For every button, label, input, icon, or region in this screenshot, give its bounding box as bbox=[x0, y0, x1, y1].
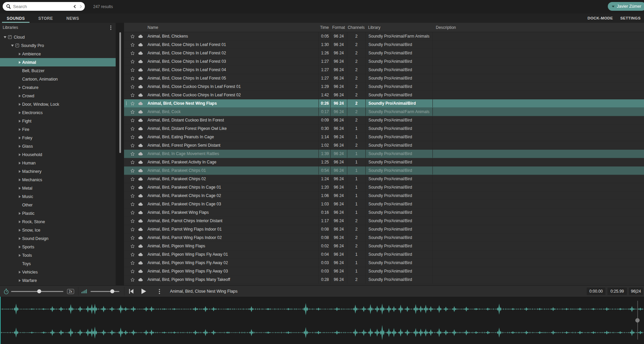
search-prev-icon[interactable] bbox=[74, 5, 77, 8]
sidebar-item-other[interactable]: Other bbox=[0, 201, 116, 209]
chevron-right-icon[interactable] bbox=[17, 95, 22, 97]
table-row[interactable]: Animal, Bird, Forest Pigeon Semi Distant… bbox=[124, 141, 644, 150]
table-row[interactable]: Animal, Bird, Cock0:1796 242Soundly Pro/… bbox=[124, 108, 644, 116]
sidebar-item-mechanics[interactable]: Mechanics bbox=[0, 176, 116, 184]
chevron-right-icon[interactable] bbox=[17, 179, 22, 181]
table-row[interactable]: Animal, Bird, Parrot Wing Flaps Indoor 0… bbox=[124, 234, 644, 242]
table-row[interactable]: Animal, Bird, Parakeet Chirps In Cage 01… bbox=[124, 183, 644, 192]
sidebar-item-music[interactable]: Music bbox=[0, 192, 116, 201]
sidebar-item-snow-ice[interactable]: Snow, Ice bbox=[0, 226, 116, 234]
favorite-star-icon[interactable] bbox=[129, 93, 136, 97]
chevron-right-icon[interactable] bbox=[17, 212, 22, 215]
table-row[interactable]: Animal, Bird, Pigeon Wing Flaps Fly Away… bbox=[124, 267, 644, 276]
chevron-right-icon[interactable] bbox=[17, 128, 22, 131]
speed-value-badge[interactable]: 2x bbox=[67, 289, 74, 294]
table-row[interactable]: Animal, Bird, Close Chirps In Leaf Fores… bbox=[124, 49, 644, 57]
favorite-star-icon[interactable] bbox=[129, 34, 136, 39]
column-header-time[interactable]: Time bbox=[318, 25, 330, 30]
sidebar-item-foley[interactable]: Foley bbox=[0, 134, 116, 142]
tab-sounds[interactable]: SOUNDS bbox=[6, 13, 25, 23]
tab-news[interactable]: NEWS bbox=[66, 13, 80, 23]
table-row[interactable]: Animal, Bird, Parrot Chirps Interior Dis… bbox=[124, 217, 644, 225]
table-row[interactable]: Animal, Bird, Close Cuckoo Chirps In Lea… bbox=[124, 91, 644, 99]
table-row[interactable]: Animal, Bird, Pigeon Wing Flaps Fly Away… bbox=[124, 259, 644, 267]
favorite-star-icon[interactable] bbox=[129, 76, 136, 81]
chevron-right-icon[interactable] bbox=[17, 271, 22, 274]
libraries-menu-icon[interactable] bbox=[108, 25, 113, 31]
column-header-library[interactable]: Library bbox=[365, 25, 432, 30]
table-row[interactable]: Animal, Bird, Parakeet Chirps In Cage 03… bbox=[124, 200, 644, 208]
favorite-star-icon[interactable] bbox=[129, 227, 136, 232]
column-header-channels[interactable]: Channels bbox=[347, 25, 365, 30]
speed-slider[interactable] bbox=[11, 291, 63, 292]
chevron-right-icon[interactable] bbox=[17, 195, 22, 198]
sidebar-item-electronics[interactable]: Electronics bbox=[0, 108, 116, 117]
volume-slider-knob[interactable] bbox=[110, 289, 114, 293]
chevron-right-icon[interactable] bbox=[17, 61, 22, 64]
sidebar-item-animal[interactable]: Animal bbox=[0, 58, 116, 66]
search-input[interactable] bbox=[13, 4, 74, 9]
favorite-star-icon[interactable] bbox=[129, 261, 136, 265]
sidebar-item-plastic[interactable]: Plastic bbox=[0, 209, 116, 217]
favorite-star-icon[interactable] bbox=[129, 135, 136, 139]
favorite-star-icon[interactable] bbox=[129, 51, 136, 55]
chevron-right-icon[interactable] bbox=[17, 254, 22, 257]
sidebar-item-fire[interactable]: Fire bbox=[0, 125, 116, 134]
table-row[interactable]: Animal, Bird, Eating Peanuts In Cage1:14… bbox=[124, 133, 644, 141]
table-row[interactable]: Animal, Bird, Parrot Wing Flaps Indoor 0… bbox=[124, 225, 644, 234]
settings-button[interactable]: SETTINGS bbox=[620, 16, 641, 20]
chevron-right-icon[interactable] bbox=[17, 220, 22, 223]
favorite-star-icon[interactable] bbox=[129, 127, 136, 131]
table-row[interactable]: Animal, Bird, Parakeet Chirps 010:5496 2… bbox=[124, 166, 644, 175]
sidebar-item-human[interactable]: Human bbox=[0, 159, 116, 167]
table-row[interactable]: Animal, Bird, Parakeet Wing Flaps0:1696 … bbox=[124, 208, 644, 217]
skip-to-start-button[interactable] bbox=[128, 289, 134, 294]
sidebar-item-sound-design[interactable]: Sound Design bbox=[0, 234, 116, 243]
favorite-star-icon[interactable] bbox=[129, 110, 136, 114]
favorite-star-icon[interactable] bbox=[129, 202, 136, 206]
chevron-right-icon[interactable] bbox=[17, 137, 22, 139]
favorite-star-icon[interactable] bbox=[129, 269, 136, 274]
chevron-down-icon[interactable] bbox=[10, 45, 15, 47]
column-header-description[interactable]: Description bbox=[432, 25, 644, 30]
sidebar-item-ambience[interactable]: Ambience bbox=[0, 50, 116, 58]
table-row[interactable]: Animal, Bird, Close Chirps In Leaf Fores… bbox=[124, 74, 644, 83]
favorite-star-icon[interactable] bbox=[129, 43, 136, 47]
table-row[interactable]: Animal, Bird, Close Nest Wing Flaps0:269… bbox=[124, 99, 644, 108]
table-row[interactable]: Animal, Bird, Close Cuckoo Chirps In Lea… bbox=[124, 83, 644, 91]
sidebar-item-cloud[interactable]: Cloud bbox=[0, 33, 116, 41]
chevron-right-icon[interactable] bbox=[17, 237, 22, 240]
sidebar-item-toys[interactable]: Toys bbox=[0, 259, 116, 268]
table-row[interactable]: Animal, Bird, Parakeet Chirps 021:2496 2… bbox=[124, 175, 644, 183]
table-row[interactable]: Animal, Bird, In Cage Movement Rattles1:… bbox=[124, 150, 644, 158]
chevron-right-icon[interactable] bbox=[17, 170, 22, 173]
table-row[interactable]: Animal, Bird, Close Chirps In Leaf Fores… bbox=[124, 66, 644, 74]
favorite-star-icon[interactable] bbox=[129, 143, 136, 148]
favorite-star-icon[interactable] bbox=[129, 278, 136, 282]
chevron-right-icon[interactable] bbox=[17, 86, 22, 89]
favorite-star-icon[interactable] bbox=[129, 85, 136, 89]
chevron-right-icon[interactable] bbox=[17, 162, 22, 164]
table-row[interactable]: Animal, Bird, Close Chirps In Leaf Fores… bbox=[124, 41, 644, 49]
sidebar-item-glass[interactable]: Glass bbox=[0, 142, 116, 150]
table-row[interactable]: Animal, Bird, Pigeon Wing Flaps Many Tak… bbox=[124, 276, 644, 284]
chevron-right-icon[interactable] bbox=[17, 229, 22, 232]
column-header-name[interactable]: Name bbox=[145, 25, 318, 30]
favorite-star-icon[interactable] bbox=[129, 118, 136, 122]
sidebar-item-soundly-pro[interactable]: Soundly Pro bbox=[0, 41, 116, 50]
favorite-star-icon[interactable] bbox=[129, 101, 136, 106]
table-row[interactable]: Animal, Bird, Chickens0:0596 242Soundly … bbox=[124, 32, 644, 41]
table-row[interactable]: Animal, Bird, Parakeet Activity In Cage1… bbox=[124, 158, 644, 166]
waveform-display[interactable] bbox=[0, 297, 644, 344]
favorite-star-icon[interactable] bbox=[129, 236, 136, 240]
favorite-star-icon[interactable] bbox=[129, 244, 136, 248]
chevron-down-icon[interactable] bbox=[3, 36, 7, 38]
sidebar-item-tools[interactable]: Tools bbox=[0, 251, 116, 259]
table-row[interactable]: Animal, Bird, Close Chirps In Leaf Fores… bbox=[124, 57, 644, 66]
sidebar-item-metal[interactable]: Metal bbox=[0, 184, 116, 192]
sidebar-item-cartoon-animation[interactable]: Cartoon, Animation bbox=[0, 75, 116, 83]
favorite-star-icon[interactable] bbox=[129, 252, 136, 257]
row-menu-icon[interactable] bbox=[124, 101, 129, 106]
sidebar-item-household[interactable]: Household bbox=[0, 150, 116, 159]
favorite-star-icon[interactable] bbox=[129, 160, 136, 164]
